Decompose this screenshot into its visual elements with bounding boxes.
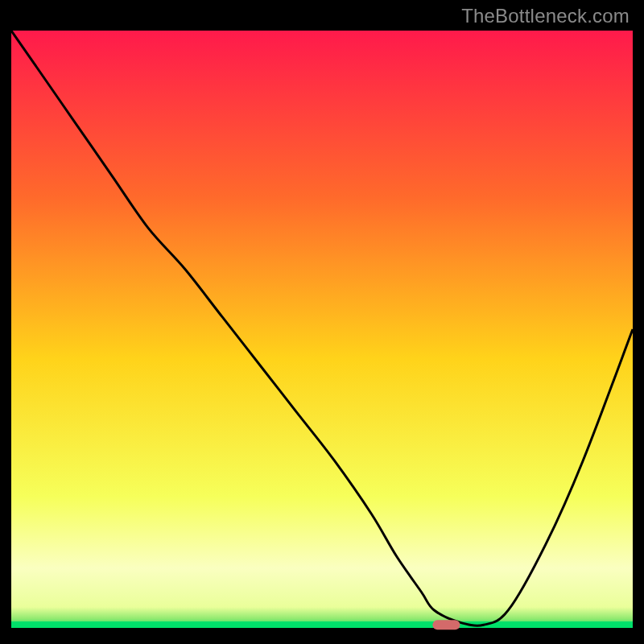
optimum-marker <box>432 620 460 630</box>
baseline-green <box>11 621 633 628</box>
watermark-text: TheBottleneck.com <box>461 5 630 27</box>
gradient-background <box>11 31 633 628</box>
chart-frame <box>11 8 633 636</box>
bottleneck-plot <box>11 8 633 636</box>
